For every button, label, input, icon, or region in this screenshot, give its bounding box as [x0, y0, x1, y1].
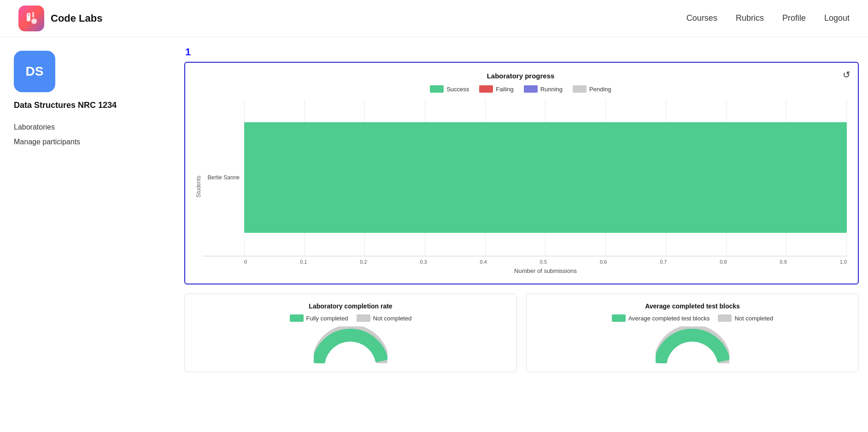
legend-label-running: Running	[540, 86, 563, 93]
completion-legend-not: Not completed	[357, 314, 412, 322]
avg-legend-not: Not completed	[718, 314, 773, 322]
completion-legend-box-not	[357, 314, 370, 322]
avg-test-blocks-chart	[536, 326, 849, 363]
legend-item-success: Success	[430, 85, 469, 93]
header-left: Code Labs	[18, 6, 102, 31]
completion-legend-box-full	[290, 314, 304, 322]
progress-chart-card: ↺ Laboratory progress Success Failing Ru…	[184, 62, 859, 284]
x-tick-7: 0.7	[660, 259, 667, 265]
avg-test-blocks-card: Average completed test blocks Average co…	[526, 294, 859, 372]
legend-box-running	[524, 85, 538, 93]
legend-item-running: Running	[524, 85, 563, 93]
bars-grid	[244, 99, 847, 256]
svg-point-1	[31, 18, 37, 24]
legend-label-success: Success	[446, 86, 469, 93]
x-tick-3: 0.3	[420, 259, 427, 265]
svg-rect-2	[32, 12, 34, 18]
y-axis-label-container: Students	[194, 99, 203, 274]
svg-point-3	[28, 14, 29, 16]
completion-rate-card: Laboratory completion rate Fully complet…	[184, 294, 517, 372]
x-axis-spacer	[203, 256, 244, 265]
legend-box-success	[430, 85, 444, 93]
bar-chart-container: Students Bertie Sanne	[194, 99, 847, 274]
app-logo	[18, 6, 44, 31]
avg-legend-label-completed: Average completed test blocks	[628, 315, 710, 322]
student-label: Bertie Sanne	[203, 99, 244, 256]
y-axis-label: Students	[195, 176, 202, 197]
bar-row-bertie	[244, 99, 847, 256]
main-content: 1 ↺ Laboratory progress Success Failing …	[175, 37, 868, 432]
x-tick-10: 1.0	[840, 259, 847, 265]
nav-rubrics[interactable]: Rubrics	[736, 13, 764, 23]
header: Code Labs Courses Rubrics Profile Logout	[0, 0, 868, 37]
completion-rate-chart	[194, 326, 507, 363]
legend-label-pending: Pending	[589, 86, 611, 93]
completion-rate-legend: Fully completed Not completed	[194, 314, 507, 322]
avg-legend-completed: Average completed test blocks	[612, 314, 710, 322]
avg-legend-box-not	[718, 314, 732, 322]
x-tick-1: 0.1	[300, 259, 307, 265]
sidebar-nav: Laboratories Manage participants	[14, 123, 161, 146]
lab-number: 1	[184, 46, 859, 58]
chart-inner: Bertie Sanne	[203, 99, 847, 274]
completion-legend-full: Fully completed	[290, 314, 348, 322]
progress-chart-title: Laboratory progress	[194, 72, 847, 80]
bar-success	[244, 122, 847, 233]
avg-test-blocks-legend: Average completed test blocks Not comple…	[536, 314, 849, 322]
legend-item-failing: Failing	[479, 85, 513, 93]
completion-legend-label-full: Fully completed	[306, 315, 348, 322]
course-title: Data Structures NRC 1234	[14, 101, 161, 110]
avg-test-blocks-title: Average completed test blocks	[536, 302, 849, 310]
nav-courses[interactable]: Courses	[686, 13, 717, 23]
legend-box-pending	[573, 85, 586, 93]
x-tick-0: 0	[244, 259, 247, 265]
x-tick-4: 0.4	[480, 259, 487, 265]
sidebar-item-laboratories[interactable]: Laboratories	[14, 123, 161, 131]
legend-item-pending: Pending	[573, 85, 611, 93]
nav-logout[interactable]: Logout	[824, 13, 850, 23]
avg-legend-label-not: Not completed	[734, 315, 773, 322]
x-tick-6: 0.6	[600, 259, 607, 265]
header-nav: Courses Rubrics Profile Logout	[686, 13, 850, 23]
x-tick-5: 0.5	[540, 259, 547, 265]
sidebar: DS Data Structures NRC 1234 Laboratories…	[0, 37, 175, 432]
completion-legend-label-not: Not completed	[373, 315, 412, 322]
refresh-button[interactable]: ↺	[843, 69, 850, 80]
course-avatar: DS	[14, 51, 55, 92]
completion-rate-title: Laboratory completion rate	[194, 302, 507, 310]
x-axis-title: Number of submissions	[203, 267, 847, 274]
bars-area: Bertie Sanne	[203, 99, 847, 256]
x-tick-8: 0.8	[720, 259, 727, 265]
chart-legend: Success Failing Running Pending	[194, 85, 847, 93]
x-axis-row: 0 0.1 0.2 0.3 0.4 0.5 0.6 0.7 0.8 0.9 1.…	[203, 256, 847, 265]
x-tick-9: 0.9	[780, 259, 787, 265]
legend-label-failing: Failing	[496, 86, 513, 93]
x-tick-2: 0.2	[360, 259, 367, 265]
page-body: DS Data Structures NRC 1234 Laboratories…	[0, 37, 868, 432]
x-axis-labels: 0 0.1 0.2 0.3 0.4 0.5 0.6 0.7 0.8 0.9 1.…	[244, 256, 847, 265]
legend-box-failing	[479, 85, 493, 93]
bottom-cards: Laboratory completion rate Fully complet…	[184, 294, 859, 372]
app-title: Code Labs	[51, 12, 102, 24]
sidebar-item-manage-participants[interactable]: Manage participants	[14, 138, 161, 146]
nav-profile[interactable]: Profile	[782, 13, 806, 23]
avg-legend-box-completed	[612, 314, 626, 322]
